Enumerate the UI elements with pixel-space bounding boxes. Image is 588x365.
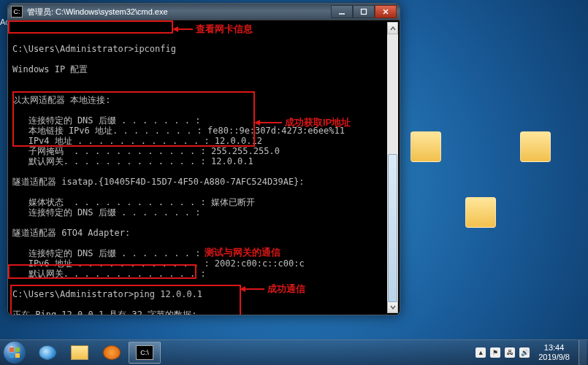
wmp-icon (103, 345, 121, 360)
chevron-down-icon (390, 304, 396, 310)
clock[interactable]: 13:44 2019/9/8 (534, 343, 574, 362)
start-button[interactable] (0, 340, 29, 365)
cmd-icon: C: (11, 6, 23, 18)
terminal-line (12, 166, 400, 177)
terminal-line (12, 85, 400, 95)
desktop[interactable]: Ad C: 管理员: C:\Windows\system32\cmd.exe (0, 0, 588, 365)
clock-date: 2019/9/8 (538, 353, 570, 362)
terminal-line: 以太网适配器 本地连接: (12, 95, 400, 105)
annotation-label-ipconfig: 查看网卡信息 (196, 23, 253, 36)
taskbar[interactable]: C:\ ▲ ⚑ 🖧 🔊 13:44 2019/9/8 (0, 339, 588, 365)
terminal-line: Windows IP 配置 (12, 64, 400, 74)
terminal-line: 隧道适配器 6TO4 Adapter: (12, 228, 400, 238)
minimize-button[interactable] (331, 5, 353, 18)
taskbar-item-cmd[interactable]: C:\ (129, 342, 161, 364)
terminal-line (12, 279, 400, 289)
chevron-up-icon (390, 26, 396, 31)
desktop-shortcut[interactable] (459, 197, 503, 229)
svg-rect-12 (9, 353, 14, 358)
terminal-line (12, 299, 400, 310)
terminal-line: C:\Users\Administrator>ping 12.0.0.1 (12, 289, 400, 299)
scroll-down-button[interactable] (387, 301, 398, 313)
desktop-shortcut[interactable] (513, 131, 557, 164)
desktop-shortcut[interactable] (404, 131, 448, 164)
terminal-line (12, 54, 400, 64)
folder-icon (71, 345, 88, 360)
clock-time: 13:44 (538, 343, 570, 353)
terminal-line (12, 218, 400, 228)
terminal-line: 子网掩码 . . . . . . . . . . . . : 255.255.2… (12, 146, 400, 156)
annotation-label-ping-cmd: 测试与网关的通信 (205, 246, 280, 259)
svg-rect-1 (362, 9, 367, 15)
taskbar-item-explorer[interactable] (64, 342, 95, 363)
annotation-box-ipconfig (8, 20, 173, 34)
maximize-button[interactable] (353, 5, 375, 18)
terminal-line: 连接特定的 DNS 后缀 . . . . . . . : (12, 207, 400, 218)
command-prompt-window[interactable]: C: 管理员: C:\Windows\system32\cmd.exe C:\U… (7, 3, 400, 315)
terminal-line: C:\Users\Administrator>ipconfig (12, 44, 400, 54)
taskbar-item-wmp[interactable] (96, 342, 127, 363)
terminal-line: IPv4 地址 . . . . . . . . . . . . : 12.0.0… (12, 136, 400, 146)
system-tray[interactable]: ▲ ⚑ 🖧 🔊 13:44 2019/9/8 (476, 340, 588, 365)
terminal-line (12, 187, 400, 197)
shortcut-icon (520, 131, 551, 162)
shortcut-icon (411, 131, 441, 162)
terminal-line (12, 74, 400, 85)
scroll-up-button[interactable] (387, 22, 398, 34)
annotation-label-ping-success: 成功通信 (267, 283, 305, 296)
terminal-line: 默认网关. . . . . . . . . . . . . : 12.0.0.1 (12, 156, 400, 166)
svg-rect-11 (15, 347, 20, 352)
svg-rect-13 (15, 353, 20, 358)
cmd-icon: C:\ (136, 345, 153, 360)
scroll-thumb[interactable] (388, 154, 397, 302)
annotation-label-ipinfo: 成功获取IP地址 (285, 116, 351, 129)
window-title: 管理员: C:\Windows\system32\cmd.exe (27, 7, 331, 18)
scroll-track[interactable] (387, 34, 398, 301)
volume-icon[interactable]: 🔊 (519, 347, 530, 358)
shortcut-icon (465, 197, 496, 228)
action-center-icon[interactable]: ⚑ (490, 347, 500, 358)
terminal-line: 默认网关. . . . . . . . . . . . . : (12, 269, 400, 279)
terminal-output[interactable]: C:\Users\Administrator>ipconfig Windows … (8, 20, 400, 315)
taskbar-item-ie[interactable] (32, 342, 63, 363)
close-icon (382, 8, 389, 15)
terminal-line: 隧道适配器 isatap.{10405F4D-15D7-4F50-A880-7A… (12, 177, 400, 187)
windows-logo-icon (4, 342, 26, 364)
titlebar[interactable]: C: 管理员: C:\Windows\system32\cmd.exe (8, 4, 400, 20)
tray-chevron-icon[interactable]: ▲ (476, 347, 486, 358)
network-icon[interactable]: 🖧 (505, 347, 515, 358)
terminal-line: 正在 Ping 12.0.0.1 具有 32 字节的数据: (12, 310, 400, 315)
scrollbar[interactable] (387, 22, 398, 313)
terminal-line: IPv6 地址 . . . . . . . . . . . . : 2002:c… (12, 258, 400, 269)
terminal-line (12, 105, 400, 115)
show-desktop-button[interactable] (579, 340, 587, 365)
svg-rect-10 (9, 347, 14, 352)
terminal-line: 媒体状态 . . . . . . . . . . . . : 媒体已断开 (12, 197, 400, 207)
ie-icon (39, 345, 56, 360)
minimize-icon (338, 8, 345, 15)
maximize-icon (360, 8, 367, 15)
close-button[interactable] (375, 5, 397, 18)
